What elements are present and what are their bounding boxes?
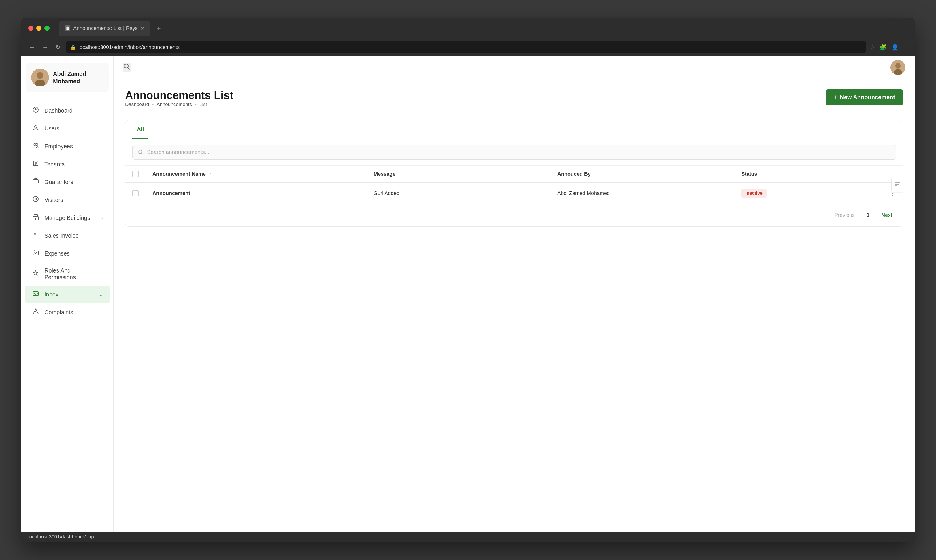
- th-announcement-name[interactable]: Announcement Name ↑: [146, 166, 366, 183]
- maximize-button[interactable]: [45, 26, 49, 31]
- tab-close-icon[interactable]: ✕: [141, 26, 145, 31]
- sidebar: Abdi Zamed Mohamed Dashboard: [22, 56, 114, 532]
- sidebar-item-sales-invoice[interactable]: # Sales Invoice: [25, 227, 110, 244]
- col-name-label: Announcement Name: [152, 171, 206, 177]
- table-header-row: Announcement Name ↑ Message Annouced By …: [125, 166, 903, 183]
- chevron-right-icon: ›: [101, 215, 103, 221]
- new-tab-button[interactable]: +: [157, 25, 161, 32]
- breadcrumb-announcements[interactable]: Announcements: [157, 102, 192, 108]
- app-area: Abdi Zamed Mohamed Dashboard: [22, 56, 914, 532]
- sidebar-item-employees[interactable]: Employees: [25, 138, 110, 155]
- dashboard-icon: [32, 106, 40, 115]
- sidebar-item-dashboard[interactable]: Dashboard: [25, 102, 110, 119]
- previous-button[interactable]: Previous: [831, 210, 858, 221]
- breadcrumb-sep-2: •: [195, 102, 197, 108]
- svg-point-11: [35, 198, 37, 200]
- top-bar: [114, 56, 914, 79]
- next-button[interactable]: Next: [878, 210, 896, 221]
- plus-icon: +: [834, 94, 837, 100]
- svg-point-24: [895, 63, 901, 69]
- new-announcement-button[interactable]: + New Announcement: [826, 89, 903, 105]
- complaints-icon: [32, 308, 40, 316]
- sidebar-item-label-dashboard: Dashboard: [45, 108, 103, 114]
- page-title: Announcements List: [125, 89, 233, 102]
- forward-button[interactable]: →: [40, 42, 50, 53]
- employees-icon: [32, 142, 40, 150]
- bookmark-icon[interactable]: ☆: [870, 44, 875, 51]
- search-wrap: [132, 145, 896, 160]
- tab-all[interactable]: All: [132, 120, 148, 139]
- svg-point-20: [35, 313, 36, 314]
- row-checkbox-1[interactable]: [132, 190, 139, 197]
- status-badge-inactive: Inactive: [741, 189, 767, 198]
- main-content: Announcements List Dashboard • Announcem…: [114, 56, 914, 532]
- new-announcement-label: New Announcement: [840, 94, 895, 100]
- inbox-icon: [32, 290, 40, 298]
- page-number-1[interactable]: 1: [863, 210, 873, 221]
- profile-name-line1: Abdi Zamed: [53, 70, 86, 77]
- svg-rect-15: [33, 251, 38, 255]
- sidebar-item-label-inbox: Inbox: [45, 291, 94, 298]
- select-all-checkbox[interactable]: [132, 171, 139, 177]
- status-bar: localhost:3001/dashboard/app: [22, 532, 914, 542]
- breadcrumb: Dashboard • Announcements • List: [125, 102, 233, 108]
- expenses-icon: [32, 249, 40, 257]
- avatar: [31, 69, 49, 86]
- breadcrumb-dashboard[interactable]: Dashboard: [125, 102, 149, 108]
- td-name-1: Announcement: [146, 183, 366, 204]
- status-bar-url: localhost:3001/dashboard/app: [28, 534, 94, 540]
- announcements-table: Announcement Name ↑ Message Annouced By …: [125, 166, 903, 204]
- svg-point-21: [124, 64, 128, 68]
- sidebar-item-users[interactable]: Users: [25, 120, 110, 137]
- back-button[interactable]: ←: [27, 42, 37, 53]
- tenants-icon: [32, 160, 40, 168]
- td-checkbox-1: [125, 183, 146, 204]
- traffic-lights: [28, 26, 49, 31]
- sidebar-item-label-complaints: Complaints: [45, 309, 103, 316]
- svg-point-5: [34, 144, 36, 146]
- sidebar-item-roles-permissions[interactable]: Roles And Permissions: [25, 263, 110, 285]
- tab-title: Announcements: List | Rays: [73, 25, 138, 31]
- users-icon: [32, 125, 40, 132]
- search-input[interactable]: [147, 149, 890, 155]
- breadcrumb-list: List: [199, 102, 207, 108]
- menu-icon[interactable]: ⋮: [903, 44, 909, 51]
- sidebar-item-expenses[interactable]: Expenses: [25, 245, 110, 262]
- profile-icon[interactable]: 👤: [891, 44, 899, 51]
- search-button[interactable]: [123, 63, 131, 72]
- sidebar-item-tenants[interactable]: Tenants: [25, 155, 110, 173]
- sidebar-item-inbox[interactable]: Inbox ⌄: [25, 286, 110, 303]
- sidebar-item-complaints[interactable]: Complaints: [25, 304, 110, 321]
- sidebar-item-label-visitors: Visitors: [45, 197, 103, 203]
- content-area: Announcements List Dashboard • Announcem…: [114, 79, 914, 532]
- minimize-button[interactable]: [36, 26, 42, 31]
- sidebar-item-guarantors[interactable]: Guarantors: [25, 174, 110, 191]
- sidebar-item-manage-buildings[interactable]: Manage Buildings ›: [25, 209, 110, 226]
- close-button[interactable]: [28, 26, 34, 31]
- profile-info: Abdi Zamed Mohamed: [53, 70, 86, 85]
- browser-tab[interactable]: 📋 Announcements: List | Rays ✕: [59, 21, 150, 36]
- svg-line-27: [142, 153, 143, 155]
- sidebar-nav: Dashboard Users: [22, 99, 113, 532]
- visitors-icon: [32, 196, 40, 204]
- svg-rect-13: [35, 218, 36, 220]
- svg-rect-8: [33, 180, 38, 183]
- th-checkbox: [125, 166, 146, 183]
- th-announced-by: Annouced By: [550, 166, 734, 183]
- invoice-icon: #: [32, 232, 40, 240]
- extension-icon[interactable]: 🧩: [879, 44, 887, 51]
- sidebar-profile: Abdi Zamed Mohamed: [26, 63, 109, 92]
- refresh-button[interactable]: ↻: [54, 42, 62, 53]
- table-tabs: All: [125, 120, 903, 139]
- search-icon: [138, 149, 143, 155]
- sidebar-item-label-employees: Employees: [45, 143, 103, 150]
- svg-point-26: [139, 150, 142, 154]
- td-announced-by-1: Abdi Zamed Mohamed: [550, 183, 734, 204]
- address-bar[interactable]: 🔒 localhost:3001/admin/inbox/announcemen…: [66, 42, 866, 53]
- sidebar-item-visitors[interactable]: Visitors: [25, 191, 110, 209]
- sort-icon[interactable]: ↑: [209, 172, 211, 177]
- tab-favicon: 📋: [65, 25, 70, 31]
- filter-icon[interactable]: [891, 177, 903, 193]
- roles-icon: [32, 270, 40, 278]
- top-user-avatar[interactable]: [890, 60, 905, 75]
